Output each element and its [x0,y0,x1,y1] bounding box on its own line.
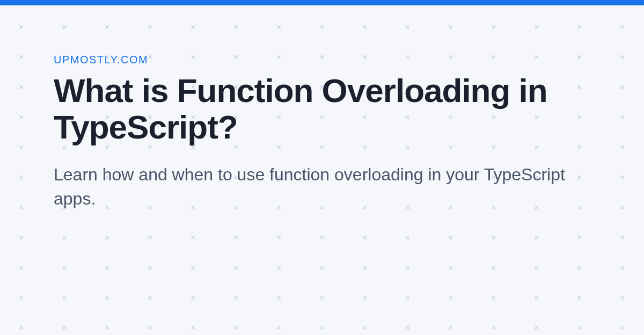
page-title: What is Function Overloading in TypeScri… [54,72,590,145]
pattern-x-icon: × [319,293,324,303]
pattern-x-icon: × [491,263,496,273]
pattern-x-icon: × [491,233,496,243]
pattern-x-icon: × [577,263,582,273]
pattern-x-icon: × [448,233,453,243]
pattern-x-icon: × [405,263,410,273]
pattern-x-icon: × [620,293,625,303]
pattern-x-icon: × [191,323,195,333]
pattern-x-icon: × [233,293,238,303]
pattern-x-icon: × [276,233,281,243]
pattern-x-icon: × [405,233,410,243]
pattern-x-icon: × [233,233,238,243]
pattern-x-icon: × [233,323,238,333]
pattern-x-icon: × [448,293,453,303]
pattern-x-icon: × [19,263,24,273]
pattern-x-icon: × [148,293,152,303]
pattern-x-icon: × [148,263,152,273]
pattern-x-icon: × [577,293,582,303]
pattern-x-icon: × [362,293,367,303]
pattern-x-icon: × [534,263,539,273]
pattern-x-icon: × [19,323,24,333]
pattern-x-icon: × [448,323,453,333]
pattern-x-icon: × [233,263,238,273]
pattern-x-icon: × [276,263,281,273]
pattern-x-icon: × [534,323,539,333]
page-subtitle: Learn how and when to use function overl… [54,163,590,211]
pattern-x-icon: × [448,263,453,273]
pattern-x-icon: × [191,293,195,303]
accent-top-bar [0,0,644,5]
pattern-x-icon: × [620,323,625,333]
pattern-x-icon: × [620,233,625,243]
pattern-x-icon: × [319,323,324,333]
pattern-x-icon: × [105,293,109,303]
pattern-x-icon: × [534,293,539,303]
pattern-x-icon: × [577,233,582,243]
pattern-x-icon: × [148,323,152,333]
pattern-x-icon: × [491,293,496,303]
pattern-x-icon: × [19,293,24,303]
pattern-x-icon: × [19,233,24,243]
pattern-x-icon: × [620,263,625,273]
pattern-x-icon: × [362,233,367,243]
pattern-x-icon: × [105,323,109,333]
pattern-x-icon: × [62,293,67,303]
pattern-x-icon: × [362,323,367,333]
pattern-x-icon: × [62,323,67,333]
pattern-x-icon: × [319,233,324,243]
site-label: UPMOSTLY.COM [54,54,590,66]
pattern-x-icon: × [405,293,410,303]
pattern-x-icon: × [534,233,539,243]
pattern-x-icon: × [105,263,109,273]
pattern-x-icon: × [191,233,195,243]
pattern-x-icon: × [148,233,152,243]
pattern-x-icon: × [62,263,67,273]
pattern-x-icon: × [319,263,324,273]
pattern-x-icon: × [362,263,367,273]
content-area: UPMOSTLY.COM What is Function Overloadin… [0,5,644,211]
pattern-x-icon: × [577,323,582,333]
pattern-x-icon: × [405,323,410,333]
pattern-x-icon: × [191,263,195,273]
pattern-x-icon: × [62,233,67,243]
pattern-x-icon: × [491,323,496,333]
pattern-x-icon: × [276,323,281,333]
pattern-x-icon: × [276,293,281,303]
pattern-x-icon: × [105,233,109,243]
